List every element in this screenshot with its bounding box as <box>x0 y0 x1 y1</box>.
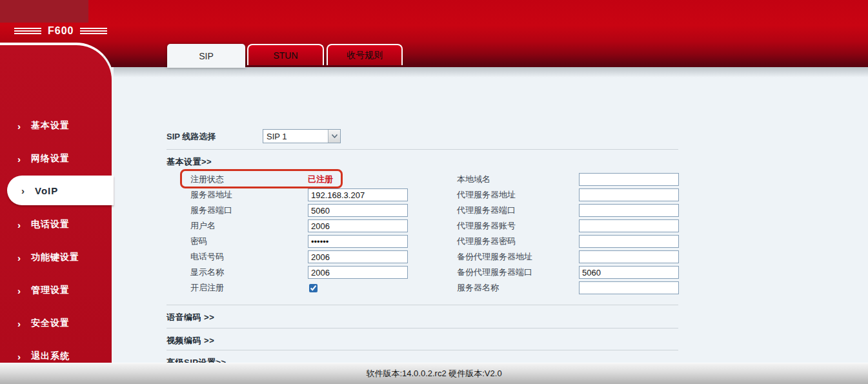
header-banner: F600 <box>0 0 868 67</box>
server-name-input[interactable] <box>579 281 679 294</box>
sidebar-item-security[interactable]: › 安全设置 <box>0 313 112 334</box>
password-input[interactable] <box>308 235 408 248</box>
section-audio-codec-title[interactable]: 语音编码 >> <box>167 312 214 323</box>
divider <box>167 350 678 350</box>
proxy-address-row: 代理服务器地址 <box>457 187 679 203</box>
proxy-server-password-input[interactable] <box>579 235 679 248</box>
proxy-server-address-input[interactable] <box>579 188 679 201</box>
chevron-right-icon: › <box>17 121 23 132</box>
sidebar: › 基本设置 › 网络设置 › VoIP › 电话设置 › 功能键设置 › 管理… <box>0 43 114 363</box>
backup-proxy-address-row: 备份代理服务器地址 <box>457 249 679 265</box>
sidebar-item-basic-settings[interactable]: › 基本设置 <box>0 116 112 136</box>
register-status-value: 已注册 <box>308 174 333 185</box>
divider <box>167 328 678 328</box>
field-label: 服务器地址 <box>190 189 308 201</box>
chevron-right-icon: › <box>17 285 23 296</box>
chevron-right-icon: › <box>17 154 23 165</box>
field-label: 用户名 <box>190 220 308 232</box>
server-name-row: 服务器名称 <box>457 280 679 296</box>
field-label: 备份代理服务器地址 <box>457 251 579 263</box>
backup-proxy-address-input[interactable] <box>579 250 679 263</box>
chevron-right-icon: › <box>17 252 23 263</box>
content-panel: SIP 线路选择 SIP 1 基本设置>> 注册状态 已注册 服务器地址 服务器… <box>114 67 868 363</box>
speed-lines-icon <box>14 28 41 34</box>
form-right-column: 本地域名 代理服务器地址 代理服务器端口 代理服务器账号 代理服务器密码 备份代… <box>457 172 679 296</box>
chevron-right-icon: › <box>17 351 23 362</box>
display-name-row: 显示名称 <box>190 265 408 280</box>
field-label: 密码 <box>190 236 308 247</box>
chevron-right-icon: › <box>17 318 23 329</box>
field-label: 电话号码 <box>190 251 308 263</box>
sip-line-select-label: SIP 线路选择 <box>167 131 216 143</box>
sidebar-item-management[interactable]: › 管理设置 <box>0 280 112 301</box>
proxy-server-port-input[interactable] <box>579 204 679 217</box>
version-info: 软件版本:14.0.0.2.rc2 硬件版本:V2.0 <box>366 368 501 379</box>
server-address-row: 服务器地址 <box>190 187 408 203</box>
password-row: 密码 <box>190 234 408 249</box>
proxy-port-row: 代理服务器端口 <box>457 203 679 218</box>
local-domain-input[interactable] <box>579 173 679 186</box>
page: F600 SIP STUN 收号规则 SIP 线路选择 SIP 1 基本设置>>… <box>0 0 868 384</box>
enable-register-row: 开启注册 <box>190 280 408 296</box>
logo-block <box>0 0 88 23</box>
field-label: 服务器端口 <box>190 205 308 216</box>
tab-sip-label: SIP <box>199 51 214 61</box>
sidebar-item-phone-settings[interactable]: › 电话设置 <box>0 214 112 235</box>
section-basic-title: 基本设置>> <box>167 156 212 168</box>
sip-line-select[interactable]: SIP 1 <box>263 129 341 143</box>
field-label: 代理服务器地址 <box>457 189 579 201</box>
field-label: 显示名称 <box>190 267 308 278</box>
field-label: 本地域名 <box>457 174 579 185</box>
field-label: 注册状态 <box>190 174 308 185</box>
chevron-down-icon[interactable] <box>328 130 340 143</box>
server-address-input[interactable] <box>308 188 408 201</box>
proxy-account-row: 代理服务器账号 <box>457 218 679 234</box>
register-status-row: 注册状态 已注册 <box>190 172 408 187</box>
tab-stun-label: STUN <box>273 50 298 61</box>
username-input[interactable] <box>308 219 408 232</box>
tab-stun[interactable]: STUN <box>247 44 324 65</box>
server-port-row: 服务器端口 <box>190 203 408 218</box>
phone-number-row: 电话号码 <box>190 249 408 265</box>
display-name-input[interactable] <box>308 266 408 279</box>
footer-bar: 软件版本:14.0.0.2.rc2 硬件版本:V2.0 <box>0 363 868 384</box>
chevron-right-icon: › <box>17 219 23 230</box>
form-left-column: 注册状态 已注册 服务器地址 服务器端口 用户名 密码 电话号码 <box>190 172 408 296</box>
brand: F600 <box>14 25 107 37</box>
field-label: 备份代理服务器端口 <box>457 267 579 278</box>
phone-number-input[interactable] <box>308 250 408 263</box>
speed-lines-icon <box>80 28 107 34</box>
enable-register-checkbox[interactable] <box>309 284 318 292</box>
field-label: 开启注册 <box>190 282 308 294</box>
divider <box>167 149 678 150</box>
proxy-password-row: 代理服务器密码 <box>457 234 679 249</box>
sip-line-select-value: SIP 1 <box>263 130 328 143</box>
tab-sip[interactable]: SIP <box>167 44 245 68</box>
backup-proxy-port-row: 备份代理服务器端口 <box>457 265 679 280</box>
local-domain-row: 本地域名 <box>457 172 679 187</box>
field-label: 代理服务器端口 <box>457 205 579 216</box>
field-label: 代理服务器密码 <box>457 236 579 247</box>
chevron-right-icon: › <box>21 185 27 196</box>
username-row: 用户名 <box>190 218 408 234</box>
proxy-server-account-input[interactable] <box>579 219 679 232</box>
field-label: 代理服务器账号 <box>457 220 579 232</box>
tab-dial-rules-label: 收号规则 <box>347 50 383 61</box>
field-label: 服务器名称 <box>457 282 579 294</box>
section-video-codec-title[interactable]: 视频编码 >> <box>167 335 214 347</box>
server-port-input[interactable] <box>308 204 408 217</box>
divider <box>167 305 678 305</box>
brand-model: F600 <box>48 25 74 37</box>
sidebar-item-voip[interactable]: › VoIP <box>7 176 114 205</box>
tab-dial-rules[interactable]: 收号规则 <box>327 44 403 65</box>
backup-proxy-port-input[interactable] <box>579 266 679 279</box>
sidebar-item-function-keys[interactable]: › 功能键设置 <box>0 247 112 268</box>
sidebar-item-network-settings[interactable]: › 网络设置 <box>0 148 112 169</box>
section-advanced-sip-title[interactable]: 高级SIP设置>> <box>167 357 227 363</box>
